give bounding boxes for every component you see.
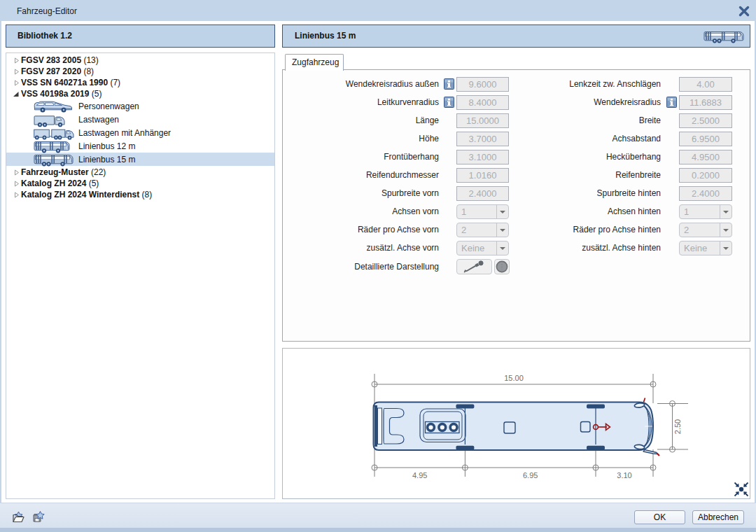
svg-text:15.00: 15.00 xyxy=(504,374,524,382)
svg-text:3.10: 3.10 xyxy=(617,471,631,479)
svg-text:6.95: 6.95 xyxy=(523,471,538,479)
svg-text:2.50: 2.50 xyxy=(673,419,682,434)
svg-text:4.95: 4.95 xyxy=(412,471,427,479)
